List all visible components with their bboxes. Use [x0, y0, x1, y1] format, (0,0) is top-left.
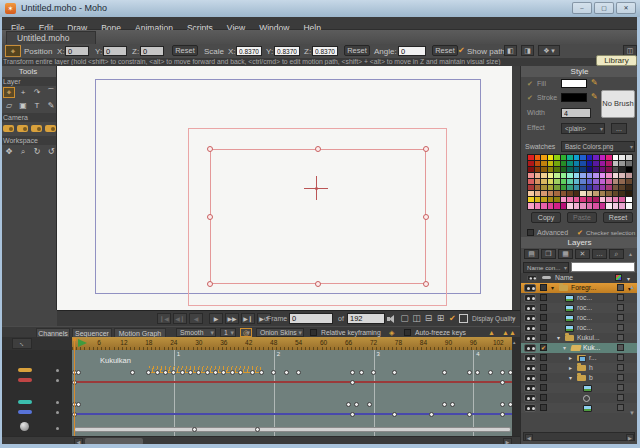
shear-layer-tool[interactable]: ▱	[3, 100, 15, 111]
document-tab[interactable]: Untitled.moho	[6, 31, 96, 44]
onion-skins-dropdown[interactable]: Onion Skins	[256, 328, 304, 337]
layer-visibility-icon[interactable]	[524, 364, 536, 372]
position-reset-button[interactable]: Reset	[172, 45, 198, 56]
keyframe-dot[interactable]	[259, 370, 264, 375]
layer-visibility-icon[interactable]	[524, 314, 536, 322]
roll-camera-tool[interactable]	[31, 125, 42, 132]
layer-visibility-icon[interactable]	[524, 394, 536, 402]
keyframe-dot[interactable]	[350, 412, 355, 417]
layer-row[interactable]: ▾b	[521, 373, 638, 383]
fill-checkbox[interactable]: ✔	[527, 80, 533, 88]
layer-expand-icon[interactable]: ▾	[557, 334, 560, 342]
layer-color-chip[interactable]	[617, 304, 624, 311]
reset-colors-button[interactable]: Reset	[603, 212, 633, 223]
flip-layer-v-button[interactable]: ◨	[521, 45, 534, 56]
playhead-triangle-icon[interactable]	[78, 339, 87, 347]
more-effects-button[interactable]: ...	[611, 123, 627, 134]
position-z-input[interactable]	[140, 46, 164, 56]
selection-handle[interactable]	[423, 146, 429, 152]
timeline-ruler[interactable]: 6121824303642485460667278849096102	[72, 337, 512, 350]
fill-color-picker-icon[interactable]: ✎	[591, 78, 598, 87]
layer-scale-channel-icon[interactable]	[18, 400, 32, 404]
bone-rotation-channel-icon[interactable]	[18, 368, 32, 372]
canvas-pane[interactable]	[57, 66, 520, 310]
keyframe-dot[interactable]	[429, 412, 434, 417]
quad-view-button[interactable]: ⊞	[435, 313, 446, 324]
close-button[interactable]: ✕	[616, 2, 636, 14]
keyframe-dot[interactable]	[350, 380, 355, 385]
effect-dropdown[interactable]: <plain>	[561, 123, 605, 134]
keyframe-dot[interactable]	[500, 370, 505, 375]
layer-checkbox[interactable]	[540, 284, 547, 291]
layer-visibility-icon[interactable]	[524, 304, 536, 312]
display-quality-dropdown-icon[interactable]: ▾	[512, 315, 515, 323]
angle-input[interactable]	[398, 46, 426, 56]
keyframe-dot[interactable]	[359, 370, 364, 375]
layers-scroll-down-icon[interactable]: ▼	[629, 410, 635, 416]
add-keyframe-interval-icon[interactable]: ▲▲	[502, 328, 516, 337]
keyframe-dot[interactable]	[163, 370, 168, 375]
keyframe-dot[interactable]	[392, 412, 397, 417]
visibility-bar[interactable]	[74, 427, 511, 432]
layer-row[interactable]	[521, 403, 638, 413]
display-quality-checkbox[interactable]: ✔	[449, 314, 456, 324]
keyframe-dot[interactable]	[500, 412, 505, 417]
position-y-input[interactable]	[103, 46, 127, 56]
layer-checkbox[interactable]	[540, 374, 547, 381]
fast-forward-button[interactable]: ▶▶	[225, 313, 239, 324]
keyframe-dot[interactable]	[213, 370, 218, 375]
keyframe-dot[interactable]	[371, 370, 376, 375]
angle-reset-button[interactable]: Reset	[432, 45, 458, 56]
layer-checkbox[interactable]	[540, 304, 547, 311]
selection-handle[interactable]	[423, 214, 429, 220]
track-camera-tool[interactable]	[3, 125, 14, 132]
copy-color-button[interactable]: Copy	[531, 212, 561, 223]
layer-checkbox[interactable]	[540, 384, 547, 391]
no-brush-button[interactable]: No Brush	[601, 90, 635, 118]
layer-expand-icon[interactable]: ▾	[551, 284, 554, 292]
keyframe-dot[interactable]	[188, 370, 193, 375]
maximize-button[interactable]: ▢	[594, 2, 614, 14]
keyframe-dot[interactable]	[180, 370, 185, 375]
layers-hscrollbar[interactable]: ◀ ▶	[523, 432, 635, 441]
bone-position-channel-icon[interactable]	[18, 378, 32, 382]
layer-checkbox[interactable]	[540, 364, 547, 371]
transform-layer-tool[interactable]: ⌖	[3, 87, 15, 98]
stroke-checkbox[interactable]: ✔	[527, 94, 533, 102]
layer-selector-tool[interactable]: ▣	[17, 100, 29, 111]
selection-handle[interactable]	[207, 146, 213, 152]
keyframe-dot[interactable]	[467, 412, 472, 417]
keyframe-dot[interactable]	[475, 370, 480, 375]
layer-checkbox[interactable]	[540, 324, 547, 331]
layers-scroll-left-icon[interactable]: ◀	[525, 434, 533, 441]
layer-row[interactable]: ▾Foregr...▾	[521, 283, 638, 293]
timeline-zoom-icon[interactable]: ↔	[12, 338, 32, 349]
zoom-camera-tool[interactable]	[17, 125, 28, 132]
quality-frame-icon[interactable]	[459, 314, 468, 323]
fill-color-swatch[interactable]	[561, 79, 587, 88]
keyframe-dot[interactable]	[130, 370, 135, 375]
auto-freeze-keys-checkbox[interactable]	[404, 329, 411, 336]
selection-handle[interactable]	[423, 281, 429, 287]
layer-color-chip[interactable]	[617, 284, 624, 291]
keyframe-dot[interactable]	[500, 402, 505, 407]
layers-menu-icon[interactable]: ▾	[627, 275, 630, 283]
advanced-checkbox[interactable]	[527, 229, 534, 236]
layer-color-chip[interactable]	[617, 404, 624, 411]
keyframe-dot[interactable]	[221, 370, 226, 375]
keyframe-dot[interactable]	[350, 370, 355, 375]
keyframe-dot[interactable]	[205, 370, 210, 375]
layer-visibility-icon[interactable]	[524, 384, 536, 392]
split-vertical-view-button[interactable]: ◫	[411, 313, 422, 324]
channel-key-dot[interactable]	[56, 379, 59, 382]
layer-color-chip[interactable]	[617, 394, 624, 401]
keyframe-dot[interactable]	[500, 380, 505, 385]
layer-options-button[interactable]: …	[592, 249, 607, 259]
set-origin-tool[interactable]: +	[17, 87, 29, 98]
layer-color-chip[interactable]	[617, 354, 624, 361]
visibility-channel-icon[interactable]	[20, 422, 29, 431]
minimize-button[interactable]: –	[572, 2, 592, 14]
layer-translation-channel-icon[interactable]	[18, 410, 32, 414]
layer-visibility-icon[interactable]	[524, 294, 536, 302]
relative-keyframing-checkbox[interactable]	[310, 329, 317, 336]
